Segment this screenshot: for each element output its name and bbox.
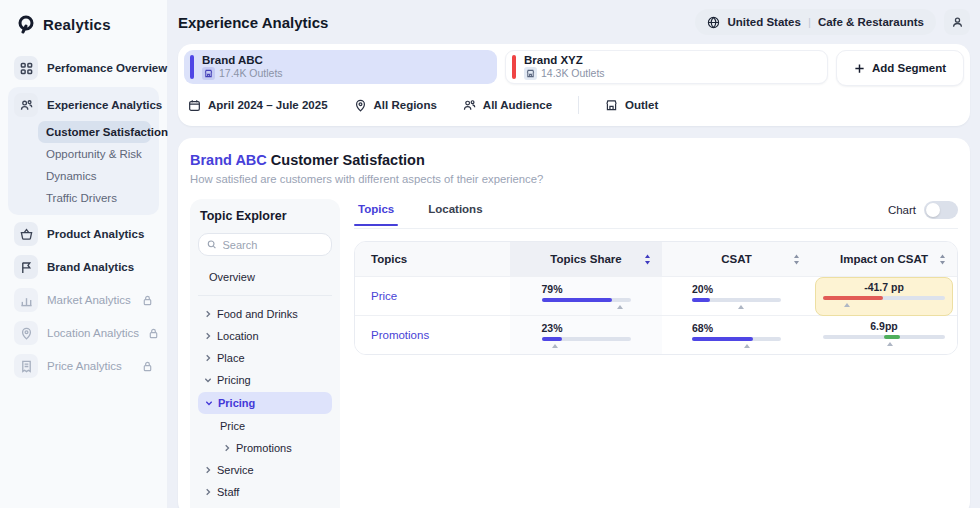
sidebar-item-market-analytics[interactable]: Market Analytics [8, 285, 159, 315]
lock-icon [148, 328, 159, 339]
scope-category: Cafe & Restaraunts [818, 16, 924, 28]
chevron-right-icon [204, 332, 212, 340]
report-title: Brand ABC Customer Satisfaction [190, 152, 958, 168]
users-icon [463, 99, 476, 112]
chevron-right-icon [204, 466, 212, 474]
globe-icon [707, 16, 720, 29]
topic-search[interactable] [198, 233, 332, 256]
benchmark-marker [744, 344, 750, 348]
search-input[interactable] [223, 239, 323, 251]
sidebar-item-label: Price Analytics [47, 360, 122, 372]
tree-item-price[interactable]: Price [198, 415, 332, 437]
chevron-down-icon [205, 399, 213, 407]
regions-filter[interactable]: All Regions [354, 99, 437, 112]
scope-selector[interactable]: United States | Cafe & Restaraunts [695, 9, 936, 35]
sidebar-item-performance-overview[interactable]: Perfomance Overview [8, 53, 159, 83]
user-icon [951, 16, 964, 29]
app-logo[interactable]: Realytics [0, 0, 167, 50]
level-filter[interactable]: Outlet [605, 99, 658, 112]
chart-toggle-label: Chart [888, 204, 916, 216]
chevron-down-icon [204, 376, 212, 384]
topic-explorer-panel: Topic Explorer Overview [190, 199, 340, 508]
sidebar-item-label: Location Analytics [47, 327, 139, 339]
sidebar-item-location-analytics[interactable]: Location Analytics [8, 318, 159, 348]
sidebar-item-experience-analytics[interactable]: Experience Analytics [8, 87, 159, 121]
tree-item-pricing[interactable]: Pricing [198, 369, 332, 391]
tree-item-staff[interactable]: Staff [198, 481, 332, 503]
audience-filter[interactable]: All Audience [463, 99, 552, 112]
segment-accent-bar [190, 55, 194, 79]
logo-icon [16, 14, 36, 34]
topic-link-price[interactable]: Price [371, 290, 397, 302]
benchmark-marker [887, 342, 893, 346]
tree-item-place[interactable]: Place [198, 347, 332, 369]
lock-icon [142, 361, 153, 372]
benchmark-marker [738, 305, 744, 309]
toggle-knob [926, 203, 940, 217]
tab-locations[interactable]: Locations [424, 203, 486, 225]
sidebar-item-customer-satisfaction[interactable]: Customer Satisfaction [38, 121, 151, 143]
sort-icon[interactable] [793, 254, 800, 265]
chevron-right-icon [204, 310, 212, 318]
segment-name: Brand XYZ [524, 54, 605, 66]
table-header-row: Topics Topics Share CSAT [355, 242, 957, 276]
main-panel: Brand ABC Customer Satisfaction How sati… [178, 138, 970, 508]
segment-meta: 14.3K Outlets [541, 68, 605, 79]
segment-card-brand-xyz[interactable]: Brand XYZ 14.3K Outlets [505, 50, 828, 84]
column-header-csat[interactable]: CSAT [662, 242, 811, 276]
chart-toggle-switch[interactable] [924, 201, 958, 219]
sidebar-item-label: Brand Analytics [47, 261, 134, 273]
tree-item-promotions[interactable]: Promotions [198, 437, 332, 459]
benchmark-marker [552, 344, 558, 348]
sort-icon[interactable] [644, 254, 651, 265]
sidebar-item-price-analytics[interactable]: Price Analytics [8, 351, 159, 381]
sidebar-item-label: Perfomance Overview [47, 62, 167, 74]
store-icon [524, 67, 537, 80]
impact-highlight-box: -41.7 pp [815, 277, 953, 316]
store-icon [605, 99, 618, 112]
column-header-topics-share[interactable]: Topics Share [510, 242, 662, 276]
scope-separator: | [808, 16, 811, 28]
basket-icon [14, 222, 38, 246]
sidebar-item-label: Product Analytics [47, 228, 144, 240]
sort-icon[interactable] [939, 254, 946, 265]
sidebar-sublist: Customer Satisfaction Opportunity & Risk… [8, 121, 159, 209]
topics-table: Topics Topics Share CSAT [354, 241, 958, 355]
sidebar-item-brand-analytics[interactable]: Brand Analytics [8, 252, 159, 282]
topic-tree: Overview Food and Drinks Location [198, 266, 332, 503]
tree-item-service[interactable]: Service [198, 459, 332, 481]
sidebar-item-dynamics[interactable]: Dynamics [38, 165, 151, 187]
sidebar-item-traffic-drivers[interactable]: Traffic Drivers [38, 187, 151, 209]
tab-topics[interactable]: Topics [354, 203, 398, 225]
impact-bar: 6.9pp [823, 321, 945, 339]
map-pin-icon [14, 321, 38, 345]
chevron-right-icon [223, 444, 231, 452]
topics-share-bar: 79% [542, 284, 631, 309]
sidebar-item-label: Market Analytics [47, 294, 131, 306]
topic-explorer-title: Topic Explorer [198, 209, 332, 223]
tree-item-food-and-drinks[interactable]: Food and Drinks [198, 303, 332, 325]
impact-box: 6.9pp [815, 316, 953, 355]
calendar-icon [188, 99, 201, 112]
tree-item-pricing-selected[interactable]: Pricing [198, 392, 332, 414]
sidebar-item-product-analytics[interactable]: Product Analytics [8, 219, 159, 249]
sidebar-item-opportunity-risk[interactable]: Opportunity & Risk [38, 143, 151, 165]
tree-divider [198, 295, 332, 296]
user-avatar-button[interactable] [944, 9, 970, 35]
tree-item-overview[interactable]: Overview [198, 266, 332, 288]
tree-item-location[interactable]: Location [198, 325, 332, 347]
grid-icon [14, 56, 38, 80]
column-header-impact-on-csat[interactable]: Impact on CSAT [811, 242, 957, 276]
segment-card-brand-abc[interactable]: Brand ABC 17.4K Outlets [184, 50, 497, 84]
csat-bar: 20% [692, 284, 781, 309]
content-area: Experience Analytics United States | Caf… [168, 0, 980, 508]
impact-bar: -41.7 pp [823, 282, 945, 300]
topic-link-promotions[interactable]: Promotions [371, 329, 429, 341]
column-header-topics[interactable]: Topics [355, 242, 510, 276]
add-segment-button[interactable]: Add Segment [836, 50, 964, 86]
date-range-filter[interactable]: April 2024 – Jule 2025 [188, 99, 328, 112]
users-icon [14, 93, 38, 117]
filter-divider [578, 96, 579, 114]
store-icon [202, 67, 215, 80]
tabs-bar: Topics Locations Chart [354, 199, 958, 229]
